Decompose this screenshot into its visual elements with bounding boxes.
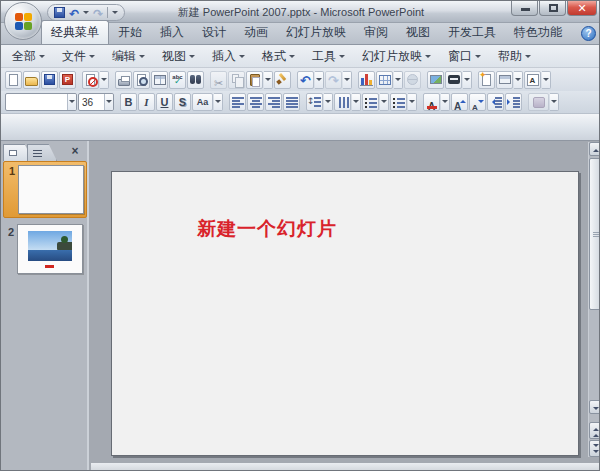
bold-button[interactable]: B <box>120 93 137 111</box>
undo-dropdown-icon[interactable] <box>83 11 89 17</box>
quick-style-dropdown[interactable] <box>550 93 559 111</box>
tab-slideshow[interactable]: 幻灯片放映 <box>277 21 355 44</box>
restore-button[interactable] <box>539 1 566 16</box>
menu-help[interactable]: 帮助 <box>498 48 531 65</box>
text-direction-button[interactable] <box>334 93 351 111</box>
line-spacing-button[interactable] <box>306 93 323 111</box>
undo-dropdown[interactable] <box>315 71 324 89</box>
line-spacing-dropdown[interactable] <box>324 93 333 111</box>
insert-table-button[interactable] <box>376 71 393 89</box>
tab-home[interactable]: 开始 <box>109 21 151 44</box>
menu-all[interactable]: 全部 <box>12 48 45 65</box>
font-color-dropdown[interactable] <box>441 93 450 111</box>
tab-insert[interactable]: 插入 <box>151 21 193 44</box>
slide-text[interactable]: 新建一个幻灯片 <box>197 216 337 242</box>
grow-font-button[interactable]: A <box>451 93 468 111</box>
research-button[interactable] <box>187 71 204 89</box>
menu-window[interactable]: 窗口 <box>448 48 481 65</box>
change-case-dropdown[interactable] <box>214 93 223 111</box>
quick-style-button[interactable] <box>528 93 549 111</box>
menu-format[interactable]: 格式 <box>262 48 295 65</box>
print-button[interactable] <box>115 71 132 89</box>
copy-button[interactable] <box>228 71 245 89</box>
tab-review[interactable]: 审阅 <box>355 21 397 44</box>
paste-dropdown[interactable] <box>264 71 273 89</box>
menu-tools[interactable]: 工具 <box>312 48 345 65</box>
scrollbar-thumb[interactable] <box>589 158 600 310</box>
vertical-scrollbar[interactable] <box>588 142 600 457</box>
customize-quick-access-icon[interactable] <box>112 11 118 17</box>
font-frame-dropdown[interactable] <box>542 71 551 89</box>
font-name-combobox[interactable] <box>5 93 77 111</box>
scroll-up-button[interactable] <box>589 142 600 156</box>
text-direction-dropdown[interactable] <box>352 93 361 111</box>
save-as-pptx-button[interactable] <box>59 71 76 89</box>
redo-icon[interactable] <box>93 4 103 22</box>
tab-special-features[interactable]: 特色功能 <box>505 21 571 44</box>
menu-view[interactable]: 视图 <box>162 48 195 65</box>
slide-thumbnail-1[interactable]: 1 <box>3 161 87 218</box>
duplicate-slide-button[interactable] <box>496 71 513 89</box>
align-center-button[interactable] <box>247 93 264 111</box>
page-setup-button[interactable] <box>151 71 168 89</box>
menu-file[interactable]: 文件 <box>62 48 95 65</box>
slide-layout-button[interactable] <box>445 71 462 89</box>
duplicate-slide-dropdown[interactable] <box>514 71 523 89</box>
hyperlink-button[interactable] <box>404 71 421 89</box>
font-size-dropdown[interactable] <box>104 94 113 110</box>
paste-button[interactable] <box>246 71 263 89</box>
open-button[interactable] <box>23 71 40 89</box>
redo-dropdown[interactable] <box>343 71 352 89</box>
save-icon[interactable] <box>54 7 65 18</box>
new-presentation-button[interactable] <box>5 71 22 89</box>
insert-table-dropdown[interactable] <box>394 71 403 89</box>
change-case-button[interactable]: Aa <box>192 93 213 111</box>
undo-button[interactable] <box>297 71 314 89</box>
new-slide-button[interactable] <box>478 71 495 89</box>
cut-button[interactable] <box>210 71 227 89</box>
scroll-down-button[interactable] <box>589 400 600 414</box>
tab-classic-menu[interactable]: 经典菜单 <box>41 20 109 44</box>
print-preview-button[interactable] <box>133 71 150 89</box>
font-name-dropdown[interactable] <box>67 94 76 110</box>
underline-button[interactable]: U <box>156 93 173 111</box>
bullets-dropdown[interactable] <box>408 93 417 111</box>
close-button[interactable]: ✕ <box>567 1 597 16</box>
menu-insert[interactable]: 插入 <box>212 48 245 65</box>
decrease-indent-button[interactable] <box>487 93 504 111</box>
tab-view[interactable]: 视图 <box>397 21 439 44</box>
minimize-button[interactable] <box>511 1 538 16</box>
text-shadow-button[interactable]: S <box>174 93 191 111</box>
save-button[interactable] <box>41 71 58 89</box>
spelling-button[interactable] <box>169 71 186 89</box>
slide-design-button[interactable] <box>427 71 444 89</box>
italic-button[interactable]: I <box>138 93 155 111</box>
panel-close-button[interactable]: × <box>67 144 83 159</box>
font-color-button[interactable]: A <box>423 93 440 111</box>
menu-slideshow[interactable]: 幻灯片放映 <box>362 48 431 65</box>
help-icon[interactable]: ? <box>581 26 596 41</box>
office-button[interactable] <box>4 2 42 40</box>
font-size-combobox[interactable]: 36 <box>78 93 114 111</box>
tab-animations[interactable]: 动画 <box>235 21 277 44</box>
tab-design[interactable]: 设计 <box>193 21 235 44</box>
redo-button[interactable] <box>325 71 342 89</box>
insert-chart-button[interactable] <box>358 71 375 89</box>
outline-tab[interactable] <box>27 144 57 161</box>
bullets-button[interactable] <box>390 93 407 111</box>
slide-canvas[interactable]: 新建一个幻灯片 <box>111 171 579 456</box>
permission-button[interactable] <box>82 71 99 89</box>
increase-indent-button[interactable] <box>505 93 522 111</box>
shrink-font-button[interactable]: A <box>469 93 486 111</box>
previous-slide-button[interactable] <box>589 422 600 439</box>
format-painter-button[interactable] <box>274 71 291 89</box>
permission-dropdown[interactable] <box>100 71 109 89</box>
numbering-button[interactable] <box>362 93 379 111</box>
undo-icon[interactable] <box>69 4 79 22</box>
font-frame-button[interactable]: A <box>524 71 541 89</box>
justify-button[interactable] <box>283 93 300 111</box>
next-slide-button[interactable] <box>589 440 600 457</box>
menu-edit[interactable]: 编辑 <box>112 48 145 65</box>
align-right-button[interactable] <box>265 93 282 111</box>
slide-thumbnail-2[interactable]: 2 <box>3 223 87 280</box>
